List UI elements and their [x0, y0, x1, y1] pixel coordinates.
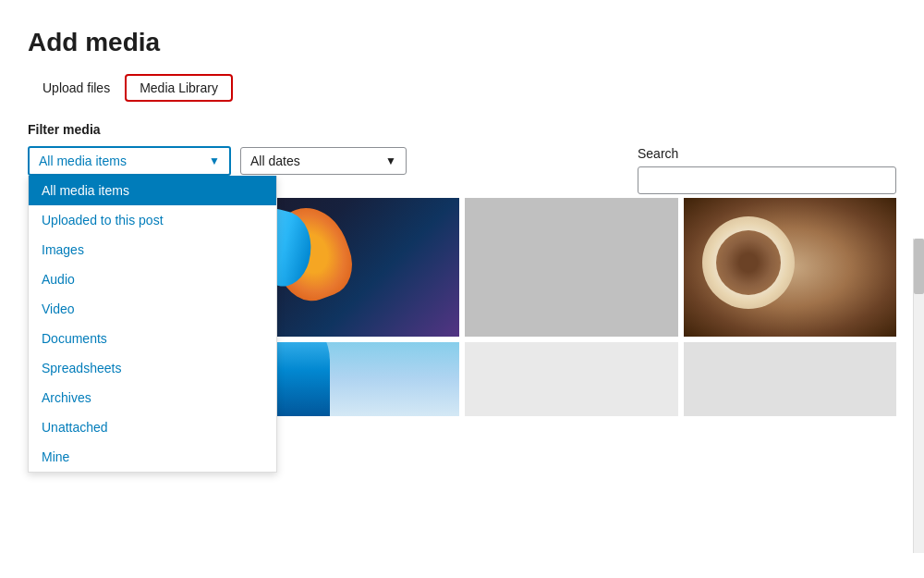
tabs-row: Upload files Media Library: [28, 74, 896, 102]
search-label: Search: [638, 146, 678, 161]
media-type-selected: All media items: [39, 154, 127, 168]
media-type-dropdown-btn[interactable]: All media items ▼: [28, 146, 231, 176]
media-item-blank[interactable]: [465, 342, 678, 416]
tab-media-library[interactable]: Media Library: [125, 74, 233, 102]
media-item-bird2[interactable]: [247, 342, 460, 416]
dropdown-item-mine[interactable]: Mine: [29, 442, 276, 472]
filter-label: Filter media: [28, 122, 896, 137]
dropdown-item-unattached[interactable]: Unattached: [29, 412, 276, 442]
tab-upload-files[interactable]: Upload files: [28, 75, 125, 101]
dropdown-item-audio[interactable]: Audio: [29, 264, 276, 294]
scrollbar-thumb[interactable]: [914, 239, 924, 294]
filter-left: All media items ▼ All media items Upload…: [28, 146, 407, 176]
media-item-placeholder4[interactable]: [684, 342, 897, 416]
media-item-placeholder2[interactable]: [465, 198, 678, 337]
media-item-parrot[interactable]: [247, 198, 460, 337]
media-type-dropdown-wrapper: All media items ▼ All media items Upload…: [28, 146, 231, 176]
dropdown-item-video[interactable]: Video: [29, 294, 276, 324]
dates-selected: All dates: [250, 154, 300, 168]
dates-dropdown-btn[interactable]: All dates ▼: [240, 147, 407, 175]
media-type-dropdown-menu: All media items Uploaded to this post Im…: [28, 176, 277, 473]
dropdown-item-all[interactable]: All media items: [29, 176, 276, 205]
media-item-coffee[interactable]: [684, 198, 897, 337]
search-area: Search: [638, 146, 896, 194]
dropdown-item-spreadsheets[interactable]: Spreadsheets: [29, 353, 276, 383]
filter-area: All media items ▼ All media items Upload…: [28, 146, 896, 194]
dates-chevron-icon: ▼: [385, 154, 396, 167]
search-input[interactable]: [638, 166, 896, 194]
dropdown-item-uploaded[interactable]: Uploaded to this post: [29, 205, 276, 235]
page-container: Add media Upload files Media Library Fil…: [0, 0, 924, 578]
dropdown-item-documents[interactable]: Documents: [29, 324, 276, 353]
chevron-down-icon: ▼: [209, 154, 220, 167]
scrollbar[interactable]: [913, 239, 924, 553]
page-title: Add media: [28, 28, 896, 57]
dropdown-item-archives[interactable]: Archives: [29, 383, 276, 412]
dropdown-item-images[interactable]: Images: [29, 235, 276, 264]
filter-controls: All media items ▼ All media items Upload…: [28, 146, 407, 176]
